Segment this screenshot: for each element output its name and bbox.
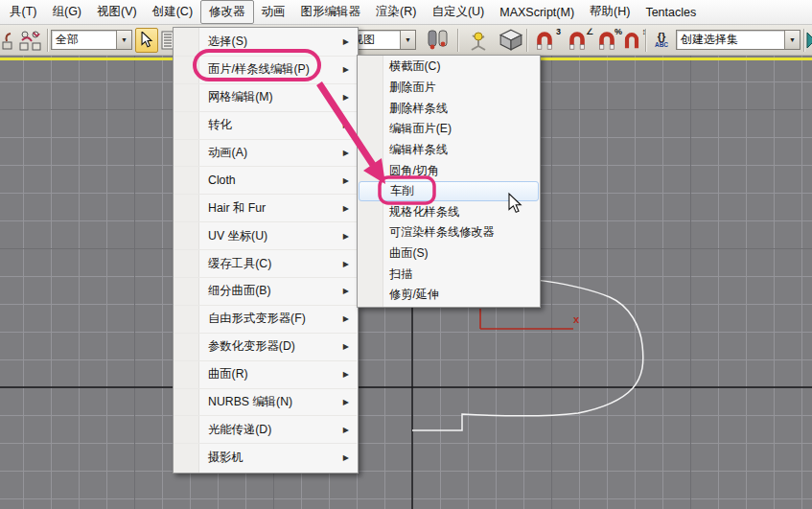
submenu-arrow-icon: ▶	[343, 260, 349, 268]
menu-item-uv-coordinates[interactable]: UV 坐标(U)▶	[174, 222, 357, 250]
submenu-item-trim-extend[interactable]: 修剪/延伸	[359, 285, 539, 306]
menu-item-conversion[interactable]: 转化▶	[174, 112, 357, 140]
submenu-item-fillet-chamfer[interactable]: 圆角/切角	[359, 160, 539, 181]
menubar-item-customize[interactable]: 自定义(U)	[424, 1, 492, 23]
select-and-link-icon[interactable]	[0, 28, 15, 53]
submenu-arrow-icon: ▶	[343, 426, 349, 434]
submenu-arrow-icon: ▶	[343, 93, 349, 102]
submenu-item-surface[interactable]: 曲面(S)	[359, 243, 539, 265]
selection-filter-dropdown[interactable]: 全部 ▼	[51, 30, 132, 50]
menu-item-hair-fur[interactable]: Hair 和 Fur▶	[174, 195, 357, 222]
menu-item-subdivision-surfaces[interactable]: 细分曲面(B)▶	[174, 278, 357, 306]
menubar-item-create[interactable]: 创建(C)	[145, 1, 200, 23]
select-and-manipulate-icon[interactable]	[465, 28, 492, 53]
submenu-arrow-icon: ▶	[343, 398, 349, 406]
menu-item-cloth[interactable]: Cloth▶	[174, 167, 357, 195]
abc-glyph: ABC	[655, 42, 668, 49]
named-selection-set-dropdown[interactable]: 创建选择集 ▼	[676, 30, 800, 50]
submenu-arrow-icon: ▶	[343, 121, 349, 129]
menu-item-patch-spline-editing[interactable]: 面片/样条线编辑(P)▶	[174, 57, 357, 84]
submenu-item-delete-patch[interactable]: 删除面片	[359, 78, 539, 99]
toolbar-separator	[645, 29, 646, 52]
menu-item-select[interactable]: 选择(S)▶	[174, 29, 357, 57]
submenu-arrow-icon: ▶	[343, 232, 349, 241]
menu-item-surface[interactable]: 曲面(R)▶	[174, 361, 357, 389]
percent-snap-icon[interactable]: %	[593, 28, 620, 53]
menubar-item-tentacles[interactable]: Tentacles	[638, 3, 704, 22]
named-selection-set-value: 创建选择集	[677, 32, 784, 48]
dropdown-arrow-icon[interactable]: ▼	[784, 31, 800, 49]
menu-item-animation[interactable]: 动画(A)▶	[174, 140, 357, 168]
submenu-arrow-icon: ▶	[343, 149, 349, 157]
use-center-button[interactable]	[425, 28, 452, 53]
submenu-arrow-icon: ▶	[343, 342, 349, 351]
menubar-item-graph-editors[interactable]: 图形编辑器	[293, 1, 369, 23]
menubar-item-maxscript[interactable]: MAXScript(M)	[492, 3, 582, 22]
menu-item-radiosity[interactable]: 光能传递(D)▶	[174, 416, 357, 444]
toolbar-separator	[457, 29, 458, 52]
dropdown-arrow-icon[interactable]: ▼	[400, 31, 415, 49]
menubar-item-rendering[interactable]: 渲染(R)	[368, 1, 424, 23]
menu-item-mesh-editing[interactable]: 网格编辑(M)▶	[174, 84, 357, 112]
angle-snap-icon[interactable]: ∠	[563, 28, 592, 53]
toolbar-separator	[526, 29, 527, 52]
submenu-arrow-icon: ▶	[343, 314, 349, 323]
submenu-arrow-icon: ▶	[343, 65, 349, 74]
submenu-item-normalize-spline[interactable]: 规格化样条线	[359, 201, 539, 222]
menu-item-cache-tools[interactable]: 缓存工具(C)▶	[174, 250, 357, 278]
submenu-item-edit-patch[interactable]: 编辑面片(E)	[359, 119, 539, 140]
select-object-button[interactable]	[135, 28, 158, 53]
angle-snap-badge: ∠	[586, 27, 593, 36]
submenu-item-renderable-spline-modifier[interactable]: 可渲染样条线修改器	[359, 222, 539, 243]
menubar-item-group[interactable]: 组(G)	[44, 1, 89, 23]
snap-toggle-3d-icon[interactable]: 3	[530, 28, 559, 53]
modifiers-menu: 选择(S)▶ 面片/样条线编辑(P)▶ 网格编辑(M)▶ 转化▶ 动画(A)▶ …	[173, 27, 359, 474]
snap-3d-badge: 3	[556, 27, 561, 36]
patch-spline-submenu: 横截面(C) 删除面片 删除样条线 编辑面片(E) 编辑样条线 圆角/切角 车削…	[357, 55, 541, 308]
menu-item-nurbs-editing[interactable]: NURBS 编辑(N)▶	[174, 389, 357, 417]
submenu-item-lathe[interactable]: 车削	[359, 181, 539, 202]
submenu-arrow-icon: ▶	[343, 176, 349, 185]
spinner-snap-icon[interactable]: ↕	[619, 28, 644, 53]
menu-item-cameras[interactable]: 摄影机▶	[174, 444, 357, 472]
menubar-item-help[interactable]: 帮助(H)	[582, 1, 638, 23]
menubar-item-modifiers[interactable]: 修改器	[200, 0, 254, 24]
edit-named-selections-icon[interactable]: {} ABC	[649, 28, 674, 53]
snap-cube-icon[interactable]	[498, 28, 524, 53]
mirror-icon[interactable]	[806, 28, 812, 53]
submenu-item-sweep[interactable]: 扫描	[359, 264, 539, 285]
submenu-item-delete-spline[interactable]: 删除样条线	[359, 98, 539, 119]
toolbar-separator	[47, 29, 48, 52]
selection-filter-value: 全部	[52, 32, 116, 48]
submenu-item-cross-section[interactable]: 横截面(C)	[359, 57, 539, 78]
submenu-arrow-icon: ▶	[343, 37, 349, 46]
submenu-arrow-icon: ▶	[343, 287, 349, 295]
submenu-arrow-icon: ▶	[343, 370, 349, 379]
submenu-item-edit-spline[interactable]: 编辑样条线	[359, 140, 539, 161]
menu-item-parametric-deformers[interactable]: 参数化变形器(D)▶	[174, 334, 357, 361]
toolbar-separator	[803, 29, 804, 52]
menubar-item-views[interactable]: 视图(V)	[89, 1, 145, 23]
menu-item-free-form-deformers[interactable]: 自由形式变形器(F)▶	[174, 306, 357, 334]
main-toolbar: 全部 ▼ 视图 ▼	[0, 25, 812, 56]
menubar-item-animation[interactable]: 动画	[254, 1, 293, 23]
max-window: x 具(T) 组(G) 视图(V) 创建(C) 修改器 动画 图形编辑器 渲染(…	[0, 0, 812, 509]
submenu-arrow-icon: ▶	[343, 204, 349, 213]
menubar: 具(T) 组(G) 视图(V) 创建(C) 修改器 动画 图形编辑器 渲染(R)…	[0, 0, 812, 25]
menubar-item-tools[interactable]: 具(T)	[2, 1, 44, 23]
dropdown-arrow-icon[interactable]: ▼	[116, 31, 131, 49]
submenu-arrow-icon: ▶	[343, 453, 349, 462]
unlink-selection-icon[interactable]	[17, 28, 44, 53]
